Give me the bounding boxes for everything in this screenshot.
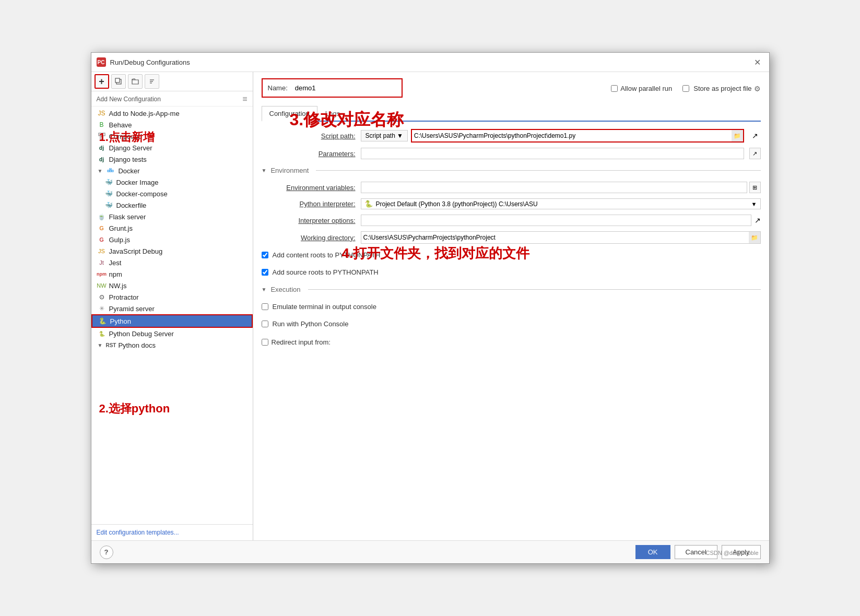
tab-logs[interactable]: Logs	[317, 106, 348, 122]
allow-parallel-checkbox[interactable]	[611, 85, 618, 92]
script-path-row: Script path: Script path ▼ 📁 ↗	[262, 129, 761, 143]
app-icon: PC	[97, 57, 106, 67]
docker-compose-icon: 🐳	[105, 189, 113, 198]
tree-item-docker-compose[interactable]: 🐳 Docker-compose	[91, 188, 253, 199]
redirect-input-row: Redirect input from:	[262, 338, 761, 346]
store-project-checkbox[interactable]	[682, 85, 689, 92]
script-path-input[interactable]	[412, 131, 732, 141]
add-configuration-button[interactable]: +	[95, 74, 109, 89]
tree-item-gulp[interactable]: G Gulp.js	[91, 234, 253, 245]
env-vars-input[interactable]	[361, 182, 747, 193]
tree-item-label: npm	[109, 270, 122, 278]
tree-item-python-docs[interactable]: ▼ RST Python docs	[91, 339, 253, 351]
expand-params-button[interactable]: ↗	[749, 148, 761, 159]
execution-section-header[interactable]: ▼ Execution	[262, 283, 761, 295]
tree-item-label: Behave	[109, 121, 132, 129]
source-roots-checkbox[interactable]	[262, 269, 268, 276]
script-type-button[interactable]: Script path ▼	[361, 130, 408, 141]
python-console-label[interactable]: Run with Python Console	[273, 320, 349, 328]
python-icon: 🐍	[99, 317, 107, 325]
tree-item-jsdebug[interactable]: JS JavaScript Debug	[91, 245, 253, 257]
apply-button[interactable]: Apply	[722, 545, 761, 559]
python-console-checkbox[interactable]	[262, 321, 268, 327]
allow-parallel-checkbox-label[interactable]: Allow parallel run	[611, 85, 672, 92]
expand-interp-button[interactable]: ↗	[755, 216, 761, 224]
tree-item-flask[interactable]: 🍵 Flask server	[91, 211, 253, 222]
tree-item-label: Pyramid server	[109, 305, 155, 313]
tree-item-nwjs[interactable]: NW NW.js	[91, 280, 253, 291]
tree-item-jest[interactable]: Jt Jest	[91, 257, 253, 268]
script-browse-button[interactable]: 📁	[732, 130, 743, 141]
close-button[interactable]: ✕	[751, 56, 764, 68]
header-area: Name: Allow parallel run Store as projec…	[262, 78, 761, 103]
script-path-label: Script path:	[262, 132, 356, 140]
tree-item-pyramid[interactable]: ✳ Pyramid server	[91, 303, 253, 314]
help-button[interactable]: ?	[100, 546, 113, 559]
tree-item-label: JavaScript Debug	[109, 247, 163, 255]
cancel-button[interactable]: Cancel	[675, 545, 717, 559]
tree-item-label: Compound	[109, 133, 143, 140]
interpreter-row: Python interpreter: 🐍 Project Default (P…	[262, 198, 761, 209]
parameters-label: Parameters:	[262, 150, 356, 158]
emulate-terminal-checkbox[interactable]	[262, 303, 268, 310]
django-tests-icon: dj	[98, 155, 106, 163]
folder-button[interactable]	[128, 74, 143, 89]
interpreter-options-input[interactable]	[361, 215, 751, 226]
source-roots-label[interactable]: Add source roots to PYTHONPATH	[273, 268, 379, 276]
tree-item-compound[interactable]: Compound	[91, 131, 253, 142]
tree-item-behave[interactable]: B Behave	[91, 119, 253, 131]
gear-icon[interactable]: ⚙	[754, 85, 761, 93]
grunt-icon: G	[98, 224, 106, 232]
working-dir-browse-button[interactable]: 📁	[749, 232, 760, 243]
exec-chevron: ▼	[262, 287, 267, 292]
tree-item-docker-image[interactable]: 🐳 Docker Image	[91, 176, 253, 188]
tab-configuration[interactable]: Configuration	[262, 106, 317, 122]
tree-item-label: Protractor	[109, 293, 139, 301]
content-roots-checkbox[interactable]	[262, 252, 268, 258]
tree-item-python-debug[interactable]: 🐍 Python Debug Server	[91, 328, 253, 339]
tree-item-label: Jest	[109, 259, 122, 267]
tree-item-docker[interactable]: ▼ Docker	[91, 165, 253, 176]
npm-icon: npm	[98, 270, 106, 278]
copy-configuration-button[interactable]	[111, 74, 126, 89]
redirect-input-label: Redirect input from:	[272, 338, 331, 346]
chevron-icon: ▼	[98, 168, 103, 174]
tree-item-label: Docker Image	[116, 179, 159, 186]
redirect-input-checkbox[interactable]	[262, 339, 268, 346]
title-bar: PC Run/Debug Configurations ✕	[91, 53, 769, 72]
ok-button[interactable]: OK	[635, 545, 670, 559]
tree-item-nodejs[interactable]: JS Add to Node.js-App-me	[91, 108, 253, 119]
expand-icon: ▼	[98, 342, 103, 348]
tree-item-protractor[interactable]: ⊙ Protractor	[91, 291, 253, 303]
source-roots-row: Add source roots to PYTHONPATH	[262, 266, 761, 278]
bottom-bar: ? OK Cancel Apply	[91, 540, 769, 563]
collapse-button[interactable]: ≡	[242, 94, 247, 104]
env-copy-button[interactable]: ⊞	[749, 182, 761, 193]
interpreter-value: Project Default (Python 3.8 (pythonProje…	[376, 200, 751, 208]
dropdown-icon: ▼	[397, 132, 403, 139]
environment-section-header[interactable]: ▼ Environment	[262, 164, 761, 176]
edit-templates-link[interactable]: Edit configuration templates...	[91, 524, 253, 540]
tree-item-django-server[interactable]: dj Django Server	[91, 142, 253, 153]
content-roots-label[interactable]: Add content roots to PYTHONPATH	[273, 251, 381, 259]
svg-rect-5	[99, 133, 101, 136]
interpreter-options-row: Interpreter options: ↗	[262, 215, 761, 226]
name-input[interactable]	[292, 82, 396, 93]
tree-item-python[interactable]: 🐍 Python	[91, 314, 253, 328]
expand-script-button[interactable]: ↗	[749, 130, 761, 141]
sort-button[interactable]	[145, 74, 159, 89]
parameters-input[interactable]	[361, 148, 744, 159]
working-dir-input[interactable]	[361, 232, 747, 243]
tree-item-django-tests[interactable]: dj Django tests	[91, 153, 253, 165]
tree-item-grunt[interactable]: G Grunt.js	[91, 222, 253, 234]
tree-item-npm[interactable]: npm npm	[91, 268, 253, 280]
interpreter-label: Python interpreter:	[262, 200, 356, 208]
jsdebug-icon: JS	[98, 247, 106, 255]
compound-icon	[98, 132, 106, 140]
left-panel: +	[91, 72, 253, 540]
working-dir-label: Working directory:	[262, 234, 356, 242]
interpreter-select[interactable]: 🐍 Project Default (Python 3.8 (pythonPro…	[361, 198, 761, 209]
emulate-terminal-label[interactable]: Emulate terminal in output console	[273, 303, 376, 311]
tree-item-dockerfile[interactable]: 🐳 Dockerfile	[91, 199, 253, 211]
tree-item-label: Docker	[118, 167, 139, 175]
